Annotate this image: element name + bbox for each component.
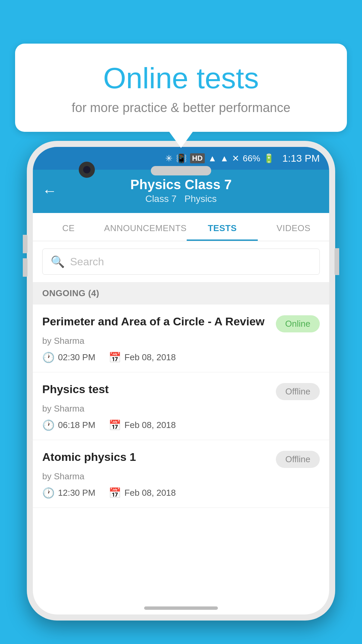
clock-icon-1: 🕐 xyxy=(42,419,55,431)
search-icon: 🔍 xyxy=(51,255,65,268)
test-title-2: Atomic physics 1 xyxy=(42,449,276,465)
hd-icon: HD xyxy=(190,153,205,163)
search-placeholder: Search xyxy=(70,256,104,268)
bluetooth-icon: ✳ xyxy=(165,153,173,164)
search-bar[interactable]: 🔍 Search xyxy=(42,249,320,275)
test-title-0: Perimeter and Area of a Circle - A Revie… xyxy=(42,314,276,329)
calendar-icon-1: 📅 xyxy=(109,419,121,431)
header-subject: Physics xyxy=(184,194,217,204)
back-button[interactable]: ← xyxy=(42,183,57,198)
vibrate-icon: 📳 xyxy=(176,153,187,164)
tab-tests[interactable]: TESTS xyxy=(187,213,258,241)
front-camera xyxy=(79,162,95,178)
header-class: Class 7 xyxy=(145,194,176,204)
volume-up-button xyxy=(23,235,27,253)
test-author-2: by Sharma xyxy=(42,471,320,482)
home-indicator xyxy=(144,606,218,610)
test-time-2: 🕐 12:30 PM xyxy=(42,487,95,499)
test-time-1: 🕐 06:18 PM xyxy=(42,419,95,431)
test-item-0[interactable]: Perimeter and Area of a Circle - A Revie… xyxy=(33,305,329,372)
calendar-icon-2: 📅 xyxy=(109,487,121,499)
calendar-icon-0: 📅 xyxy=(109,352,121,363)
app-header: ← Physics Class 7 Class 7 Physics xyxy=(33,170,329,213)
test-header-2: Atomic physics 1 Offline xyxy=(42,449,320,468)
clock-icon-0: 🕐 xyxy=(42,352,55,363)
signal-icon: ▲ xyxy=(220,153,229,164)
bubble-title: Online tests xyxy=(35,62,327,95)
status-time: 1:13 PM xyxy=(282,153,320,164)
search-container: 🔍 Search xyxy=(33,241,329,282)
promo-bubble: Online tests for more practice & better … xyxy=(15,44,347,132)
battery-text: 66% xyxy=(243,153,260,164)
test-header-0: Perimeter and Area of a Circle - A Revie… xyxy=(42,314,320,332)
phone-screen: ✳ 📳 HD ▲ ▲ ✕ 66% 🔋 1:13 PM ← Physics Cla… xyxy=(33,147,329,614)
test-meta-2: 🕐 12:30 PM 📅 Feb 08, 2018 xyxy=(42,487,320,499)
test-title-1: Physics test xyxy=(42,382,276,397)
phone-body: ✳ 📳 HD ▲ ▲ ✕ 66% 🔋 1:13 PM ← Physics Cla… xyxy=(27,141,335,621)
test-date-1: 📅 Feb 08, 2018 xyxy=(109,419,176,431)
clock-icon-2: 🕐 xyxy=(42,487,55,499)
section-ongoing: ONGOING (4) xyxy=(33,282,329,305)
status-badge-1: Offline xyxy=(276,383,320,400)
tab-ce[interactable]: CE xyxy=(33,213,104,241)
test-meta-1: 🕐 06:18 PM 📅 Feb 08, 2018 xyxy=(42,419,320,431)
test-item-2[interactable]: Atomic physics 1 Offline by Sharma 🕐 12:… xyxy=(33,440,329,508)
status-badge-2: Offline xyxy=(276,451,320,468)
phone-device: ✳ 📳 HD ▲ ▲ ✕ 66% 🔋 1:13 PM ← Physics Cla… xyxy=(27,141,335,644)
test-meta-0: 🕐 02:30 PM 📅 Feb 08, 2018 xyxy=(42,352,320,363)
tab-announcements[interactable]: ANNOUNCEMENTS xyxy=(104,213,187,241)
test-header-1: Physics test Offline xyxy=(42,382,320,400)
test-date-0: 📅 Feb 08, 2018 xyxy=(109,352,176,363)
header-title: Physics Class 7 xyxy=(65,177,297,192)
x-icon: ✕ xyxy=(232,153,239,164)
header-subtitle: Class 7 Physics xyxy=(65,194,297,204)
tabs-bar: CE ANNOUNCEMENTS TESTS VIDEOS xyxy=(33,213,329,241)
tab-videos[interactable]: VIDEOS xyxy=(258,213,329,241)
volume-down-button xyxy=(23,258,27,277)
bubble-card: Online tests for more practice & better … xyxy=(15,44,347,132)
power-button xyxy=(335,248,339,275)
test-date-2: 📅 Feb 08, 2018 xyxy=(109,487,176,499)
wifi-icon: ▲ xyxy=(208,153,217,164)
status-icons: ✳ 📳 HD ▲ ▲ ✕ 66% 🔋 xyxy=(165,153,274,164)
test-item-1[interactable]: Physics test Offline by Sharma 🕐 06:18 P… xyxy=(33,372,329,440)
test-time-0: 🕐 02:30 PM xyxy=(42,352,95,363)
test-author-0: by Sharma xyxy=(42,336,320,346)
battery-icon: 🔋 xyxy=(263,153,274,164)
phone-speaker xyxy=(151,166,211,175)
status-badge-0: Online xyxy=(276,315,320,332)
test-author-1: by Sharma xyxy=(42,404,320,414)
header-title-group: Physics Class 7 Class 7 Physics xyxy=(65,177,297,204)
bubble-subtitle: for more practice & better performance xyxy=(35,101,327,115)
